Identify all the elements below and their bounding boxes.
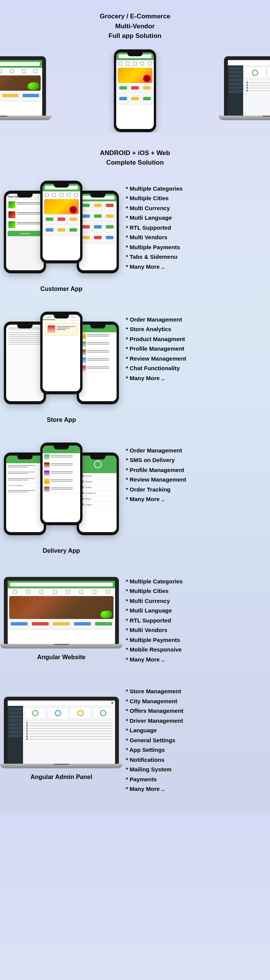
product-card — [118, 85, 128, 94]
stat-row — [25, 707, 114, 719]
category-icon — [40, 590, 43, 594]
section-label: Angular Admin Panel — [4, 774, 119, 781]
row-line — [249, 88, 270, 88]
dashboard-body — [8, 706, 115, 764]
phone-notch — [17, 456, 33, 459]
main-title: Grocery / E-Commerce Multi-Vendor Full a… — [0, 0, 270, 49]
product-card — [51, 621, 71, 630]
phone-stack: Your Cart Checkout — [4, 181, 119, 280]
subtitle: ANDROID + iOS + Web Complete Solution — [0, 133, 270, 177]
product-card — [9, 621, 29, 630]
laptop-base — [219, 116, 270, 120]
cart-thumb — [8, 201, 15, 208]
cart-item — [7, 200, 43, 209]
product-card — [56, 227, 67, 236]
table-row — [246, 84, 270, 87]
product-card — [68, 227, 79, 236]
feature-item: * App Settings — [126, 745, 261, 755]
title-line-2: Multi-Vendor — [0, 21, 270, 31]
site-header-bar — [0, 60, 42, 68]
cart-item — [7, 220, 43, 229]
order-lines — [51, 487, 79, 492]
laptop-frame — [0, 56, 46, 116]
category-icon — [79, 590, 83, 594]
order-thumb — [48, 325, 55, 333]
category-icon — [0, 69, 2, 73]
product-card — [118, 95, 128, 105]
search-bar — [0, 62, 40, 66]
product-card — [92, 213, 103, 222]
feature-item: * Multi Vendors — [126, 625, 261, 635]
checkout-button: Checkout — [8, 231, 42, 236]
avatar-icon — [26, 735, 28, 737]
feature-item: * Language — [126, 725, 261, 735]
phone-mockup-cart: Your Cart Checkout — [4, 191, 46, 273]
table-row — [26, 733, 112, 735]
table-row — [246, 87, 270, 90]
offers-banner — [44, 199, 79, 214]
laptop-frame — [4, 577, 119, 644]
product-row — [79, 234, 117, 244]
row-line — [29, 733, 112, 734]
laptop-screen — [0, 60, 42, 116]
row-line — [249, 82, 270, 83]
feature-item: * Multiple Categories — [126, 577, 261, 586]
feature-list: * Store Management * City Management * O… — [126, 683, 261, 794]
product-row — [116, 84, 154, 95]
order-lines — [8, 489, 42, 493]
feature-item: * Multi Currency — [126, 596, 261, 606]
product-row — [79, 212, 117, 223]
phone-notch — [54, 184, 69, 188]
laptop-base — [0, 764, 123, 768]
table-row — [26, 722, 112, 725]
category-row — [0, 68, 42, 75]
sidebar-item — [8, 727, 22, 730]
feature-item: * Many More .. — [126, 494, 261, 504]
delivery-item — [6, 476, 44, 483]
menu-item: Home — [79, 473, 117, 479]
category-icon — [22, 69, 26, 73]
mock-column: Your Cart Checkout — [4, 181, 119, 292]
feature-item: * Multiple Cities — [126, 193, 261, 203]
stat-chart-icon — [77, 710, 84, 716]
avatar-icon — [26, 733, 28, 735]
product-card — [44, 216, 55, 225]
delivery-orders-screen — [43, 446, 80, 522]
phone-mockup-order-detail: NewOngoingPast — [40, 312, 82, 394]
line — [8, 334, 41, 335]
table-row — [26, 735, 112, 738]
feature-item: * Order Management — [126, 446, 261, 456]
row-line — [29, 728, 112, 729]
product-card — [1, 92, 20, 101]
menu-item: Profile — [79, 485, 117, 490]
cart-thumb — [8, 221, 15, 228]
line — [57, 329, 66, 330]
stat-chart-icon — [55, 710, 61, 716]
feature-item: * Multiple Payments — [126, 242, 261, 252]
product-card — [94, 621, 114, 630]
order-item — [43, 461, 80, 469]
stat-card — [47, 707, 68, 719]
sidebar-item — [229, 90, 242, 93]
order-lines — [87, 350, 115, 355]
product-card — [130, 95, 140, 105]
category-row — [8, 588, 115, 595]
category-icon — [33, 69, 37, 73]
category-icon — [140, 62, 144, 65]
product-card — [92, 224, 103, 233]
feature-item: * Multi Currency — [126, 203, 261, 213]
order-lines — [87, 358, 115, 363]
menu-item: FAQs — [79, 496, 117, 502]
order-lines — [87, 333, 115, 339]
stat-card — [25, 707, 46, 719]
category-icon — [10, 69, 14, 73]
order-item — [79, 356, 117, 364]
feature-item: * General Settings — [126, 735, 261, 745]
line — [8, 340, 41, 341]
feature-item: * Store Management — [126, 686, 261, 696]
order-item — [43, 453, 80, 461]
order-item — [79, 332, 117, 340]
laptop-base — [0, 116, 51, 120]
laptop-screen — [8, 701, 115, 764]
hero-laptop-right — [224, 56, 270, 125]
